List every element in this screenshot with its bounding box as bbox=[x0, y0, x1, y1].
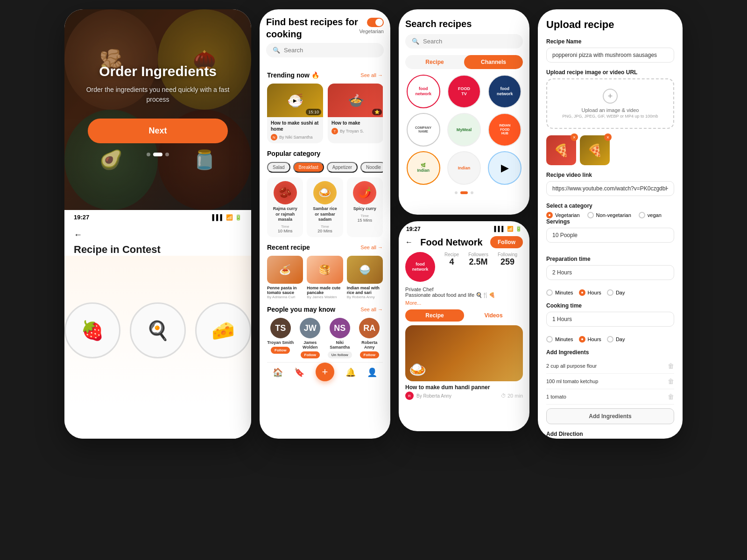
hero-subtitle: Order the ingredients you need quickly w… bbox=[83, 85, 233, 105]
channel-company-name[interactable]: COMPANYNAME bbox=[407, 113, 440, 147]
recent-card-2[interactable]: 🥞 Home made cute pancake By James Walden bbox=[307, 256, 343, 299]
vegetarian-toggle[interactable] bbox=[367, 18, 384, 27]
tab-channels[interactable]: Channels bbox=[464, 55, 523, 69]
trending-see-all[interactable]: See all → bbox=[360, 72, 383, 78]
prep-minutes[interactable]: Minutes bbox=[546, 289, 573, 296]
fn-logo: foodnetwork bbox=[405, 252, 435, 282]
channel-indian-1[interactable]: 🌿Indian bbox=[407, 151, 440, 185]
search-bar[interactable]: 🔍 bbox=[266, 43, 384, 57]
tab-recipe[interactable]: Recipe bbox=[405, 55, 464, 69]
doodle-plate-2: 🍳 bbox=[130, 302, 186, 358]
delete-ingredient-1[interactable]: 🗑 bbox=[668, 362, 674, 370]
cook-minutes[interactable]: Minutes bbox=[546, 336, 573, 343]
fn-follow-button[interactable]: Follow bbox=[490, 236, 523, 248]
cat-food-3[interactable]: 🌶️ Spicy curry Time 15 Mins bbox=[347, 177, 383, 237]
recent-name-3: Indian meal with rice and sari bbox=[347, 286, 383, 295]
radio-vegan[interactable]: vegan bbox=[639, 212, 662, 218]
panel2-content: Trending now 🔥 See all → 🍜 ▶ 15:10 How t… bbox=[260, 64, 390, 439]
channel-indian-2[interactable]: Indian bbox=[447, 151, 481, 185]
cat-food-1[interactable]: 🫘 Rajma curry or rajmah masala Time 10 M… bbox=[267, 177, 303, 237]
ingredient-text-1: 2 cup all purpose flour bbox=[546, 363, 597, 369]
cook-hours[interactable]: Hours bbox=[579, 336, 601, 343]
status-icons: ▌▌▌ 📶 🔋 bbox=[212, 214, 242, 221]
channel-food-tv[interactable]: FOODTV bbox=[447, 75, 481, 108]
video-link-input[interactable] bbox=[546, 181, 674, 196]
servings-input[interactable] bbox=[546, 228, 674, 243]
channel-indian-food-hub[interactable]: INDIANFOODHUB bbox=[488, 113, 521, 147]
ingredients-label: Add Ingredients bbox=[546, 349, 674, 356]
channel-play[interactable]: ▶ bbox=[488, 151, 521, 185]
delete-ingredient-2[interactable]: 🗑 bbox=[668, 378, 674, 385]
search-input[interactable] bbox=[284, 47, 377, 54]
status-time: 19:27 bbox=[74, 214, 89, 221]
recent-img-3: 🍚 bbox=[347, 256, 383, 284]
prep-day[interactable]: Day bbox=[607, 289, 625, 296]
radio-non-veg[interactable]: Non-vegetarian bbox=[587, 212, 631, 218]
prep-time-label: Preparation time bbox=[546, 256, 674, 262]
fn-recipe-value: 4 bbox=[444, 257, 459, 267]
fab-add-button[interactable]: + bbox=[316, 363, 334, 381]
person-card-1: TS Troyan Smith Follow bbox=[267, 318, 294, 358]
people-see-all[interactable]: See all → bbox=[360, 307, 383, 312]
recipe-name-input[interactable] bbox=[546, 48, 674, 63]
ingredient-3: 1 tomato 🗑 bbox=[546, 389, 674, 405]
upload-zone[interactable]: + Upload an image & video PNG, JPG, JPEG… bbox=[546, 78, 674, 129]
fn-back-icon[interactable]: ← bbox=[405, 238, 413, 246]
play-button-1[interactable]: ▶ bbox=[289, 95, 301, 106]
person-name-3: Niki Samantha bbox=[326, 340, 353, 350]
cook-day[interactable]: Day bbox=[607, 336, 625, 343]
dot-2 bbox=[153, 153, 162, 156]
nav-bell-icon[interactable]: 🔔 bbox=[345, 367, 356, 381]
cat-food-time-2: 20 Mins bbox=[310, 229, 339, 233]
prep-time-input[interactable] bbox=[546, 265, 674, 280]
trending-img-2: 🍲 ⭐ bbox=[328, 84, 383, 117]
follow-btn-2[interactable]: Follow bbox=[301, 351, 320, 358]
next-button[interactable]: Next bbox=[88, 119, 228, 143]
recent-card-3[interactable]: 🍚 Indian meal with rice and sari By Robe… bbox=[347, 256, 383, 299]
back-arrow-icon[interactable]: ← bbox=[74, 230, 82, 240]
prep-hours[interactable]: Hours bbox=[579, 289, 601, 296]
people-title: People you may know bbox=[267, 306, 335, 313]
trending-card-1[interactable]: 🍜 ▶ 15:10 How to make sushi at home N By… bbox=[267, 84, 323, 143]
nav-profile-icon[interactable]: 👤 bbox=[367, 367, 377, 381]
trending-scroll: 🍜 ▶ 15:10 How to make sushi at home N By… bbox=[267, 84, 383, 143]
radio-vegetarian[interactable]: Vegetarian bbox=[546, 212, 580, 218]
unfollow-btn-3[interactable]: Un follow bbox=[328, 351, 352, 358]
doodle-plate-3: 🧀 bbox=[195, 302, 251, 358]
trending-card-2[interactable]: 🍲 ⭐ How to make T By Troyan S. bbox=[328, 84, 383, 143]
panel3-container: Search recipes 🔍 Recipe Channels foodnet… bbox=[399, 9, 529, 431]
person-avatar-2: JW bbox=[300, 318, 320, 338]
recent-card-1[interactable]: 🍝 Penne pasta in tomato sauce By Adriann… bbox=[267, 256, 303, 299]
cat-food-2[interactable]: 🍛 Sambar rice or sambar sadam Time 20 Mi… bbox=[307, 177, 343, 237]
cat-tag-appetizer[interactable]: Appetizer bbox=[327, 162, 358, 173]
cat-tag-salad[interactable]: Salad bbox=[267, 162, 290, 173]
channel-food-network-2[interactable]: foodnetwork bbox=[488, 75, 521, 108]
cat-food-time-3: 15 Mins bbox=[351, 218, 379, 223]
follow-btn-1[interactable]: Follow bbox=[271, 347, 290, 354]
cat-tag-noodle[interactable]: Noodle bbox=[360, 162, 383, 173]
img-remove-2[interactable]: × bbox=[604, 133, 612, 141]
cat-food-time-1: 10 Mins bbox=[271, 229, 299, 233]
fn-tab-videos[interactable]: Videos bbox=[464, 309, 523, 322]
ingredient-1: 2 cup all purpose flour 🗑 bbox=[546, 358, 674, 374]
add-ingredients-button[interactable]: Add Ingredients bbox=[546, 408, 674, 424]
cook-time-input[interactable] bbox=[546, 312, 674, 327]
cat-tag-breakfast[interactable]: Breakfast bbox=[293, 162, 324, 173]
search-bar-2[interactable]: 🔍 bbox=[405, 34, 523, 49]
nav-bookmark-icon[interactable]: 🔖 bbox=[294, 367, 304, 381]
category-radio-group: Vegetarian Non-vegetarian vegan bbox=[546, 212, 674, 218]
fn-tab-recipe[interactable]: Recipe bbox=[405, 309, 464, 322]
channel-text-8: Indian bbox=[456, 164, 472, 173]
fn-battery: 🔋 bbox=[515, 226, 522, 232]
channel-food-network-1[interactable]: foodnetwork bbox=[407, 75, 440, 108]
follow-btn-4[interactable]: Follow bbox=[360, 351, 379, 358]
nav-home-icon[interactable]: 🏠 bbox=[273, 367, 283, 381]
author-name-2: By Troyan S. bbox=[340, 129, 364, 133]
recent-see-all[interactable]: See all → bbox=[360, 245, 383, 250]
fn-more-link[interactable]: More... bbox=[399, 300, 529, 306]
channel-mymeal[interactable]: MyMeal bbox=[447, 113, 481, 147]
delete-ingredient-3[interactable]: 🗑 bbox=[668, 393, 674, 400]
search-input-2[interactable] bbox=[423, 38, 516, 45]
img-remove-1[interactable]: × bbox=[571, 133, 578, 141]
upload-label: Upload recipe image or video URL bbox=[546, 69, 674, 76]
